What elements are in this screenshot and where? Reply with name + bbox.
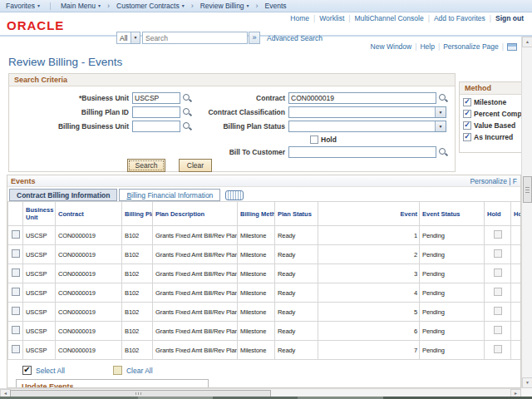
home-link[interactable]: Home bbox=[290, 14, 309, 22]
sign-out-link[interactable]: Sign out bbox=[495, 14, 524, 22]
column-header-select bbox=[8, 202, 23, 226]
tab-contract-billing-information[interactable]: Contract Billing Information bbox=[9, 189, 117, 201]
update-events-section: Update Events bbox=[16, 379, 209, 388]
clear-button[interactable]: Clear bbox=[179, 159, 212, 172]
page-action-bar: New Window | Help | Personalize Page | bbox=[371, 42, 517, 51]
cell-business-unit: USCSP bbox=[23, 264, 56, 283]
advanced-search-link[interactable]: Advanced Search bbox=[267, 34, 323, 42]
breadcrumb-events[interactable]: Events bbox=[265, 2, 287, 10]
breadcrumb-separator-icon: › bbox=[107, 2, 110, 10]
scroll-down-icon[interactable]: ▼ bbox=[522, 377, 532, 388]
search-input[interactable] bbox=[142, 32, 248, 44]
billing-plan-status-select[interactable]: ▼ bbox=[288, 121, 446, 132]
cell-billing-plan: B102 bbox=[122, 226, 153, 245]
row-select-checkbox[interactable] bbox=[12, 230, 20, 239]
scroll-up-icon[interactable]: ▲ bbox=[522, 37, 532, 47]
contract-classification-label: Contract Classification bbox=[134, 108, 288, 116]
cell-hold bbox=[485, 245, 511, 264]
cell-hold-2 bbox=[511, 303, 522, 322]
new-window-link[interactable]: New Window bbox=[371, 42, 412, 51]
cell-hold-2 bbox=[511, 341, 522, 360]
hold-checkbox[interactable] bbox=[494, 230, 502, 239]
hold-checkbox[interactable] bbox=[494, 288, 502, 296]
search-scope-select[interactable]: All ▼ bbox=[116, 32, 140, 44]
page-layout-icon[interactable] bbox=[507, 43, 517, 51]
row-select-checkbox[interactable] bbox=[12, 326, 20, 334]
personalize-page-link[interactable]: Personalize Page bbox=[443, 42, 499, 51]
add-to-favorites-link[interactable]: Add to Favorites bbox=[434, 14, 485, 22]
hold-checkbox[interactable] bbox=[494, 307, 502, 315]
vertical-scrollbar-thumb[interactable] bbox=[523, 176, 532, 203]
milestone-checkbox[interactable] bbox=[463, 98, 471, 106]
cell-billing-plan: B102 bbox=[122, 264, 153, 283]
percent-complete-checkbox[interactable] bbox=[463, 110, 471, 118]
row-select-checkbox[interactable] bbox=[12, 268, 20, 277]
hold-checkbox[interactable] bbox=[494, 249, 502, 258]
tab-billing-financial-information[interactable]: Billing Financial Information bbox=[119, 189, 220, 201]
search-go-button[interactable]: » bbox=[249, 32, 260, 44]
cell-billing-plan: B102 bbox=[122, 303, 153, 322]
chevron-down-icon: ▾ bbox=[37, 3, 40, 8]
billing-plan-status-row: Billing Plan Status ▼ bbox=[134, 120, 446, 132]
chevron-down-icon[interactable]: ▼ bbox=[435, 107, 446, 117]
clear-all-icon[interactable] bbox=[113, 366, 122, 375]
cell-hold-2 bbox=[511, 283, 522, 303]
cell-plan-description: Grants Fixed Amt Bill/Rev Plan bbox=[153, 341, 238, 360]
show-all-columns-icon[interactable] bbox=[225, 190, 244, 200]
row-select-checkbox[interactable] bbox=[12, 345, 20, 353]
contract-classification-select[interactable]: ▼ bbox=[288, 106, 446, 118]
chevron-down-icon[interactable]: ▼ bbox=[435, 121, 446, 131]
column-header-hold-2: Hold bbox=[511, 202, 522, 226]
hold-checkbox[interactable] bbox=[310, 135, 318, 144]
row-select-checkbox[interactable] bbox=[12, 249, 20, 258]
breadcrumb-favorites[interactable]: Favorites ▾ bbox=[6, 2, 40, 10]
vertical-scrollbar[interactable]: ▲ ▼ bbox=[521, 37, 532, 388]
breadcrumb-review-billing[interactable]: Review Billing ▾ bbox=[200, 2, 249, 10]
worklist-link[interactable]: Worklist bbox=[319, 14, 344, 22]
contract-field[interactable] bbox=[288, 92, 436, 104]
header-links: Home | Worklist | MultiChannel Console |… bbox=[290, 14, 524, 22]
hold-checkbox[interactable] bbox=[494, 268, 502, 277]
as-incurred-label: As Incurred bbox=[474, 133, 513, 141]
tab-label: Billing Financial Information bbox=[126, 191, 213, 200]
cell-billing-plan: B102 bbox=[122, 322, 153, 341]
lookup-icon[interactable] bbox=[438, 147, 448, 157]
row-select-checkbox[interactable] bbox=[12, 307, 20, 315]
table-row: USCSP CON0000019 B102 Grants Fixed Amt B… bbox=[8, 245, 522, 264]
business-unit-label: *Business Unit bbox=[9, 94, 132, 102]
events-header-bar: Events Personalize | F bbox=[7, 175, 520, 187]
billing-plan-status-label: Billing Plan Status bbox=[134, 122, 288, 131]
cell-hold bbox=[485, 264, 511, 283]
breadcrumb-customer-contracts[interactable]: Customer Contracts ▾ bbox=[116, 2, 185, 10]
chevron-down-icon: ▾ bbox=[182, 3, 185, 8]
lookup-icon[interactable] bbox=[438, 93, 448, 103]
update-events-title: Update Events bbox=[17, 380, 208, 388]
select-all-icon[interactable] bbox=[22, 366, 32, 375]
column-header-plan-status: Plan Status bbox=[275, 202, 318, 226]
row-select-cell bbox=[8, 245, 23, 264]
row-select-cell bbox=[8, 303, 23, 322]
as-incurred-checkbox[interactable] bbox=[463, 133, 471, 141]
search-button[interactable]: Search bbox=[127, 159, 165, 172]
personalize-link[interactable]: Personalize | F bbox=[470, 177, 517, 185]
breadcrumb-main-menu[interactable]: Main Menu ▾ bbox=[61, 2, 101, 10]
hold-checkbox[interactable] bbox=[494, 326, 502, 334]
row-select-checkbox[interactable] bbox=[12, 288, 20, 296]
cell-event-status: Pending bbox=[420, 264, 485, 283]
select-all-link[interactable]: Select All bbox=[36, 367, 65, 375]
value-based-checkbox[interactable] bbox=[463, 121, 471, 130]
help-link[interactable]: Help bbox=[420, 42, 434, 51]
cell-business-unit: USCSP bbox=[23, 283, 56, 303]
divider: | bbox=[348, 14, 350, 22]
cell-contract: CON0000019 bbox=[56, 283, 122, 303]
multichannel-console-link[interactable]: MultiChannel Console bbox=[355, 14, 424, 22]
chevron-down-icon[interactable]: ▼ bbox=[131, 32, 140, 43]
hold-checkbox[interactable] bbox=[494, 345, 502, 353]
value-based-label: Value Based bbox=[474, 121, 515, 130]
cell-hold bbox=[485, 341, 511, 360]
clear-all-link[interactable]: Clear All bbox=[126, 367, 153, 375]
breadcrumb-separator-icon: › bbox=[256, 2, 259, 10]
bill-to-customer-field[interactable] bbox=[288, 146, 436, 158]
events-footer: Select All Clear All bbox=[22, 365, 520, 376]
cell-plan-description: Grants Fixed Amt Bill/Rev Plan bbox=[153, 245, 238, 264]
